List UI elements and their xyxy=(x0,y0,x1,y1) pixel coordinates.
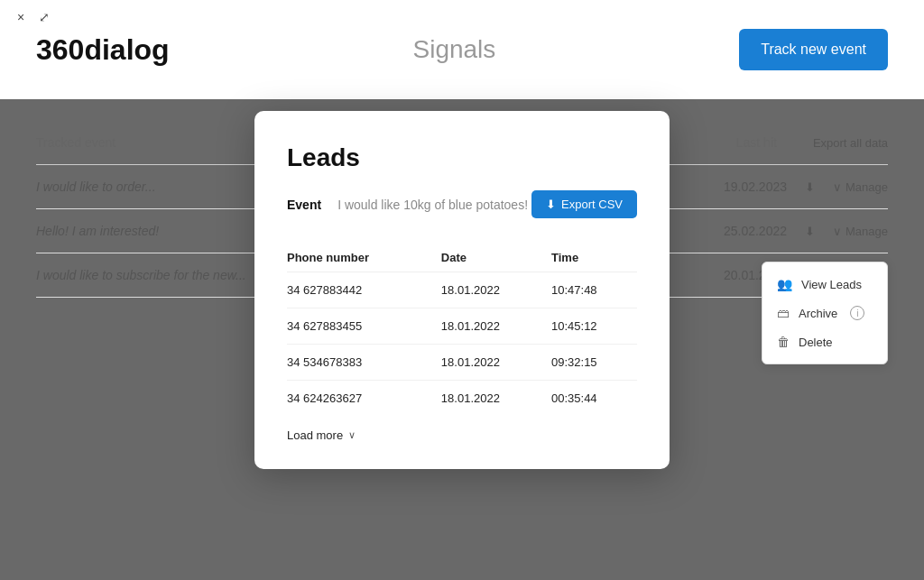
table-row: 34 534678383 18.01.2022 09:32:15 xyxy=(287,345,637,381)
col-phone-header: Phone number xyxy=(287,244,441,272)
col-date-header: Date xyxy=(441,244,551,272)
download-icon: ⬇ xyxy=(546,198,556,211)
cell-date: 18.01.2022 xyxy=(441,272,551,308)
table-row: 34 624263627 18.01.2022 00:35:44 xyxy=(287,381,637,417)
cell-phone: 34 627883442 xyxy=(287,272,441,308)
cell-phone: 34 624263627 xyxy=(287,381,441,417)
modal-title: Leads xyxy=(287,143,637,172)
chevron-down-icon: ∨ xyxy=(348,429,356,441)
expand-button[interactable]: ⤢ xyxy=(38,11,51,23)
cell-time: 09:32:15 xyxy=(551,345,637,381)
leads-table: Phone number Date Time 34 627883442 18.0… xyxy=(287,244,637,416)
modal-backdrop: Leads Event I would like 10kg of blue po… xyxy=(0,0,924,580)
load-more-button[interactable]: Load more ∨ xyxy=(287,428,637,442)
table-row: 34 627883442 18.01.2022 10:47:48 xyxy=(287,272,637,308)
cell-phone: 34 534678383 xyxy=(287,345,441,381)
close-button[interactable]: × xyxy=(14,11,27,23)
table-row: 34 627883455 18.01.2022 10:45:12 xyxy=(287,308,637,345)
col-time-header: Time xyxy=(551,244,637,272)
cell-date: 18.01.2022 xyxy=(441,308,551,345)
event-row: Event I would like 10kg of blue potatoes… xyxy=(287,190,637,218)
event-value: I would like 10kg of blue potatoes! xyxy=(337,198,531,212)
load-more-label: Load more xyxy=(287,428,343,442)
cell-time: 10:47:48 xyxy=(551,272,637,308)
event-label: Event xyxy=(287,198,321,212)
cell-time: 00:35:44 xyxy=(551,381,637,417)
export-csv-button[interactable]: ⬇ Export CSV xyxy=(531,190,637,218)
window-controls: × ⤢ xyxy=(14,11,51,23)
cell-phone: 34 627883455 xyxy=(287,308,441,345)
cell-date: 18.01.2022 xyxy=(441,381,551,417)
leads-modal: Leads Event I would like 10kg of blue po… xyxy=(254,111,670,469)
cell-date: 18.01.2022 xyxy=(441,345,551,381)
cell-time: 10:45:12 xyxy=(551,308,637,345)
